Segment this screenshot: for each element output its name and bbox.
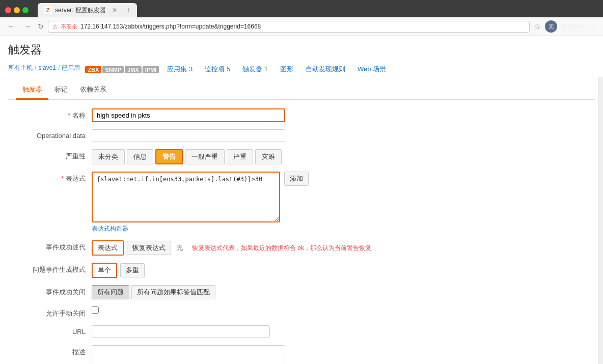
- sev-btn-warning[interactable]: 警告: [155, 149, 183, 164]
- expr-required-star: *: [61, 175, 66, 182]
- expr-builder-link[interactable]: 表达式构造器: [92, 225, 128, 232]
- description-label: 描述: [10, 345, 92, 357]
- sub-tab-trigger[interactable]: 触发器: [16, 81, 48, 100]
- form-content: * 名称 Operational data 严重性 未分类 信息 警告 一般严重: [0, 100, 603, 364]
- nav-tab-app[interactable]: 应用集 3: [161, 63, 199, 77]
- nav-tab-web[interactable]: Web 场景: [351, 63, 392, 77]
- address-bar[interactable]: ⚠ 不安全 172.16.147.153/zabbix/triggers.php…: [48, 21, 530, 33]
- back-btn[interactable]: ←: [5, 21, 17, 32]
- name-field: [92, 108, 593, 122]
- problem-mode-field: 单个 多重: [92, 263, 593, 278]
- operational-data-field: [92, 129, 593, 142]
- badge-zbx: ZBX: [85, 66, 101, 73]
- page-header: 触发器 所有主机 / slave1 / 已启用 ZBX SNMP JMX IPM…: [0, 36, 603, 100]
- minimize-window-btn[interactable]: [14, 7, 20, 13]
- nav-tab-discovery[interactable]: 自动发现规则: [299, 63, 351, 77]
- expr-btn[interactable]: 表达式: [92, 240, 124, 256]
- manual-close-field: [92, 306, 593, 315]
- multiple-mode-btn[interactable]: 多重: [120, 263, 145, 277]
- name-required-star: *: [68, 111, 72, 119]
- nav-tab-triggers[interactable]: 触发器 1: [236, 63, 274, 77]
- event-close-label: 事件成功关闭: [10, 285, 92, 297]
- expression-textarea[interactable]: {slave1:net.if.in[ens33,packets].last(#3…: [92, 172, 280, 222]
- url-field: [92, 325, 593, 338]
- incognito-label: 无痕模式: [561, 22, 586, 31]
- sev-btn-unclassified[interactable]: 未分类: [92, 149, 125, 164]
- manual-close-row: 允许手动关闭: [10, 306, 593, 318]
- user-avatar[interactable]: 无: [545, 20, 557, 33]
- tab-title: server: 配置触发器: [55, 6, 106, 15]
- expression-row: * 表达式 {slave1:net.if.in[ens33,packets].l…: [10, 172, 593, 233]
- all-problems-match-btn[interactable]: 所有问题如果标签值匹配: [131, 285, 215, 299]
- breadcrumb: 所有主机 / slave1 / 已启用: [8, 64, 80, 72]
- browser-actions: 无 无痕模式 ⋮: [545, 20, 598, 33]
- badge-ipmi: IPMI: [143, 66, 159, 73]
- badge-snmp: SNMP: [102, 66, 124, 73]
- event-success-row: 事件成功述代 表达式 恢复表达式 无 恢复表达式代表，如果最近的数据符合 ok，…: [10, 240, 593, 256]
- sub-tabs: 触发器 标记 依赖关系: [8, 81, 595, 100]
- sev-btn-average[interactable]: 一般严重: [185, 149, 225, 164]
- forward-btn[interactable]: →: [21, 21, 34, 32]
- operational-data-row: Operational data: [10, 129, 593, 142]
- breadcrumb-host[interactable]: slave1: [38, 64, 56, 71]
- all-problems-btn[interactable]: 所有问题: [92, 285, 129, 299]
- sub-tab-deps[interactable]: 依赖关系: [74, 81, 113, 100]
- expr-label-text: 表达式: [66, 175, 86, 182]
- description-row: 描述: [10, 345, 593, 364]
- event-success-label: 事件成功述代: [10, 240, 92, 252]
- maximize-window-btn[interactable]: [22, 7, 29, 13]
- url-text: 172.16.147.153/zabbix/triggers.php?form=…: [80, 23, 261, 30]
- manual-close-label: 允许手动关闭: [10, 306, 92, 318]
- url-label: URL: [10, 325, 92, 335]
- browser-tab[interactable]: Z server: 配置触发器 ✕ +: [38, 3, 137, 17]
- description-textarea[interactable]: [92, 345, 285, 364]
- breadcrumb-status: 已启用: [62, 64, 80, 72]
- name-row: * 名称: [10, 108, 593, 122]
- close-window-btn[interactable]: [5, 7, 11, 13]
- severity-label: 严重性: [10, 149, 92, 161]
- nav-tab-items[interactable]: 监控项 5: [199, 63, 236, 77]
- problem-mode-label: 问题事件生成模式: [10, 263, 92, 274]
- name-input[interactable]: [92, 108, 285, 122]
- menu-icon[interactable]: ⋮: [590, 22, 598, 32]
- sev-btn-info[interactable]: 信息: [127, 149, 153, 164]
- event-success-group: 表达式 恢复表达式 无 恢复表达式代表，如果最近的数据符合 ok，那么认为当前警…: [92, 240, 593, 256]
- sev-btn-disaster[interactable]: 灾难: [255, 149, 282, 164]
- url-input[interactable]: [92, 325, 270, 338]
- sev-btn-high[interactable]: 严重: [227, 149, 253, 164]
- add-expression-btn[interactable]: 添加: [284, 172, 309, 186]
- new-tab-btn[interactable]: +: [126, 6, 131, 15]
- recovery-expr-btn[interactable]: 恢复表达式: [127, 241, 171, 255]
- manual-close-checkbox[interactable]: [92, 306, 99, 314]
- sub-tab-tags[interactable]: 标记: [48, 81, 74, 100]
- name-label-text: 名称: [72, 111, 86, 119]
- problem-mode-row: 问题事件生成模式 单个 多重: [10, 263, 593, 278]
- breadcrumb-sep2: /: [58, 64, 60, 71]
- breadcrumb-sep1: /: [35, 64, 36, 71]
- scrollbar[interactable]: [598, 77, 603, 364]
- refresh-btn[interactable]: ↻: [38, 22, 44, 31]
- event-close-row: 事件成功关闭 所有问题 所有问题如果标签值匹配: [10, 285, 593, 299]
- bookmark-icon[interactable]: ☆: [534, 22, 541, 32]
- event-close-group: 所有问题 所有问题如果标签值匹配: [92, 285, 593, 299]
- operational-data-label: Operational data: [10, 129, 92, 139]
- single-mode-btn[interactable]: 单个: [92, 263, 117, 278]
- severity-group: 未分类 信息 警告 一般严重 严重 灾难: [92, 149, 593, 164]
- none-btn[interactable]: 无: [174, 241, 185, 255]
- description-field: [92, 345, 593, 364]
- badge-jmx: JMX: [125, 66, 142, 73]
- breadcrumb-all-hosts[interactable]: 所有主机: [8, 64, 33, 72]
- page-wrapper: 触发器 所有主机 / slave1 / 已启用 ZBX SNMP JMX IPM…: [0, 36, 603, 364]
- operational-data-input[interactable]: [92, 129, 285, 142]
- expression-container: {slave1:net.if.in[ens33,packets].last(#3…: [92, 172, 593, 222]
- severity-row: 严重性 未分类 信息 警告 一般严重 严重 灾难: [10, 149, 593, 164]
- event-success-field: 表达式 恢复表达式 无 恢复表达式代表，如果最近的数据符合 ok，那么认为当前警…: [92, 240, 593, 256]
- url-row: URL: [10, 325, 593, 338]
- window-controls: [5, 7, 29, 13]
- nav-tab-graphs[interactable]: 图形: [274, 63, 299, 77]
- event-close-field: 所有问题 所有问题如果标签值匹配: [92, 285, 593, 299]
- insecure-label: 不安全: [61, 23, 77, 31]
- page-title: 触发器: [8, 42, 595, 58]
- tab-close-btn[interactable]: ✕: [112, 7, 117, 14]
- nav-tabs-top: 应用集 3 监控项 5 触发器 1 图形 自动发现规则 Web 场景: [161, 63, 392, 77]
